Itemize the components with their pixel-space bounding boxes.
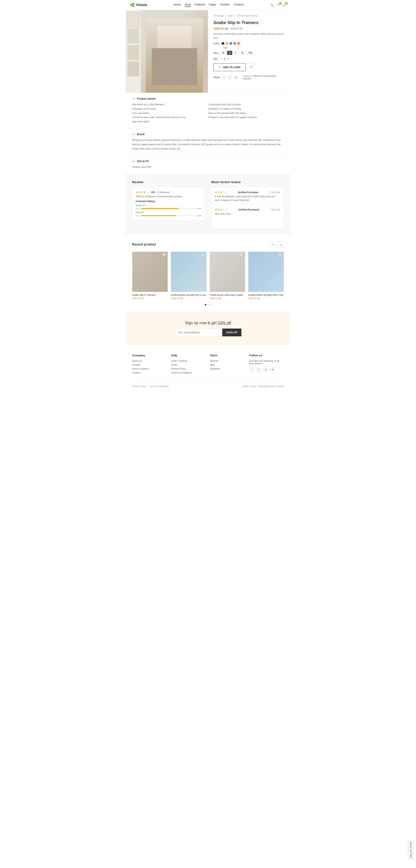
recommend-text: 100% of customers recommend this product xyxy=(136,195,201,198)
product-details-title: Product details xyxy=(137,97,156,100)
nav-shop[interactable]: Shop xyxy=(184,3,190,7)
quality-label: QUALITY: xyxy=(136,204,201,207)
nav-featured[interactable]: Featured xyxy=(195,3,205,7)
customer-rating-label: Customer Rating xyxy=(136,200,201,203)
product-img-3: 🤍 xyxy=(210,252,245,292)
newsletter-form: SIGN UP xyxy=(132,329,284,336)
qty-plus[interactable]: + xyxy=(227,57,229,61)
qty-label: Qty: xyxy=(213,58,218,60)
facebook-share-icon[interactable]: f xyxy=(221,75,226,80)
footer-contact[interactable]: Contact xyxy=(132,364,167,366)
thumbnail-3[interactable] xyxy=(128,45,139,60)
product-details-header[interactable]: Product details xyxy=(132,97,284,100)
thumbnail-list xyxy=(126,10,141,93)
qty-minus[interactable]: − xyxy=(220,57,222,61)
accordion-bar-icon xyxy=(132,98,135,99)
color-blue[interactable] xyxy=(229,42,232,45)
product-description: Extra-fine ribbed pima cotton that's str… xyxy=(213,32,285,39)
cart-icon[interactable]: 🛒 1 xyxy=(282,3,286,7)
facebook-icon[interactable]: f xyxy=(249,367,254,372)
newsletter-text: Sign up now & get 10% off xyxy=(132,321,284,325)
footer-help: Help Order Tracking FAQ's Privacy Policy… xyxy=(171,354,206,375)
add-to-cart-button[interactable]: 🛒 ADD TO CART xyxy=(213,63,246,71)
next-arrow[interactable]: › xyxy=(278,241,284,247)
value-great-label: Great xyxy=(196,215,201,217)
brand-name: Violeta xyxy=(136,3,147,7)
footer-careers[interactable]: Careers xyxy=(132,371,167,374)
wishlist-button[interactable]: 🤍 xyxy=(247,63,255,71)
footer-social-icons: f 𝕏 ◎ ✉ xyxy=(249,367,284,372)
size-fit-header[interactable]: Size & Fit xyxy=(132,160,284,163)
product-name-3: Trefoil across body bag in black xyxy=(210,293,245,296)
selected-color-label: Pink xyxy=(223,46,285,49)
instagram-share-icon[interactable]: ◎ xyxy=(234,75,238,80)
size-xxl[interactable]: XXL xyxy=(247,51,254,55)
thumbnail-2[interactable] xyxy=(128,28,139,43)
dot-2[interactable] xyxy=(207,304,209,306)
instagram-icon[interactable]: ◎ xyxy=(263,367,268,372)
recent-reviews: Most recent review ★★★★★ Verified Purcha… xyxy=(211,180,284,228)
email-icon[interactable]: ✉ xyxy=(270,367,275,372)
footer-faq[interactable]: FAQ's xyxy=(171,364,206,366)
twitter-icon[interactable]: 𝕏 xyxy=(256,367,261,372)
thumbnail-1[interactable] xyxy=(128,12,139,27)
breadcrumb-home[interactable]: Homepage xyxy=(213,14,224,17)
footer-terms[interactable]: Terms & Conditions xyxy=(171,371,206,374)
nav-pages[interactable]: Pages xyxy=(209,3,216,7)
detail-item-7: Available in a variety of shades xyxy=(208,107,284,111)
size-m[interactable]: M xyxy=(220,51,226,55)
email-input[interactable] xyxy=(175,329,222,336)
add-to-cart-label: ADD TO CART xyxy=(223,66,241,69)
footer-women[interactable]: Women xyxy=(210,360,245,362)
review-1-text: It was as expected, super thick but it d… xyxy=(215,195,280,202)
product-details-accordion: Product details Nail polish by Le Mini M… xyxy=(126,93,290,128)
dot-1[interactable] xyxy=(205,304,206,306)
footer-store-locations[interactable]: Store Locations xyxy=(132,367,167,370)
recent-products-section: Recent product ‹ › 🤍 Snake Slip In Train… xyxy=(126,235,290,312)
footer-grid: Company About Us Contact Store Locations… xyxy=(132,354,284,375)
prev-arrow[interactable]: ‹ xyxy=(270,241,276,247)
footer-speakers[interactable]: Speakers xyxy=(210,367,245,370)
price-current: USD 47.95 xyxy=(213,27,228,30)
color-orange[interactable] xyxy=(233,42,236,45)
signup-button[interactable]: SIGN UP xyxy=(222,329,242,336)
footer-men[interactable]: Men xyxy=(210,364,245,366)
brand-logo[interactable]: 🌿 Violeta xyxy=(130,3,147,7)
detail-item-4: Combines base coat, colour and top coat … xyxy=(132,115,208,120)
size-s[interactable]: S xyxy=(227,51,233,55)
pagination-dots xyxy=(132,304,284,306)
product-card-2: 🤍 Knitted button through shirt in tan US… xyxy=(171,252,206,300)
footer-bottom-privacy[interactable]: Privacy Policy xyxy=(132,385,146,388)
footer: Company About Us Contact Store Locations… xyxy=(126,345,290,392)
search-icon[interactable]: 🔍 xyxy=(270,3,274,7)
product-wishlist-3[interactable]: 🤍 xyxy=(240,253,243,257)
footer-bottom-terms[interactable]: Terms & Conditions xyxy=(150,385,169,388)
color-yellow[interactable] xyxy=(226,42,229,45)
nav-home[interactable]: Home xyxy=(174,3,181,7)
footer-privacy-policy[interactable]: Privacy Policy xyxy=(171,367,206,370)
footer-about-us[interactable]: About Us xyxy=(132,360,167,362)
thumbnail-4[interactable] xyxy=(128,61,139,76)
brand-accordion-header[interactable]: Brand xyxy=(132,133,284,136)
product-wishlist-4[interactable]: 🤍 xyxy=(279,253,282,257)
nav-portfolio[interactable]: Portfolio xyxy=(220,3,230,7)
twitter-share-icon[interactable]: 𝕏 xyxy=(228,75,232,80)
footer-order-tracking[interactable]: Order Tracking xyxy=(171,360,206,362)
nav-contacts[interactable]: Contacts xyxy=(234,3,244,7)
wishlist-icon[interactable]: 🤍 0 xyxy=(276,3,280,7)
product-wishlist-1[interactable]: 🤍 xyxy=(163,253,166,257)
value-bar-outer xyxy=(141,215,195,216)
review-count: (2 Reviews) xyxy=(157,191,170,193)
price-original: USD 87.95 xyxy=(230,27,243,30)
reviewer-row-1: ★★★★★ Verified Purchaser 21 days ago xyxy=(215,190,280,194)
size-l[interactable]: L xyxy=(233,51,238,55)
product-price-4: USD 47.95 xyxy=(248,297,284,300)
product-wishlist-2[interactable]: 🤍 xyxy=(201,253,205,257)
breadcrumb-shop[interactable]: Shop xyxy=(228,14,233,17)
review-score: 4.0 xyxy=(151,191,155,194)
dot-3[interactable] xyxy=(210,304,211,306)
review-stars-row: ★★★★★ 4.0 (2 Reviews) xyxy=(136,190,201,194)
size-xl[interactable]: XL xyxy=(239,51,246,55)
color-pink[interactable] xyxy=(237,42,240,45)
color-navy[interactable] xyxy=(221,42,224,45)
